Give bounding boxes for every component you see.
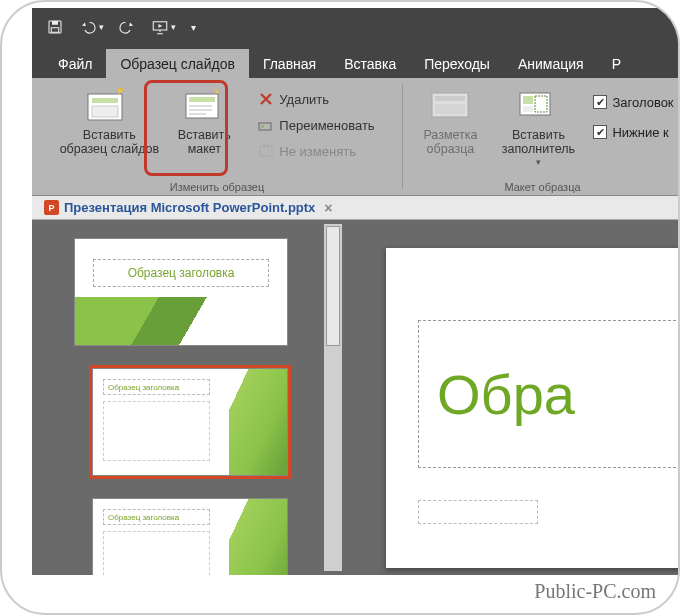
tab-home[interactable]: Главная	[249, 49, 330, 78]
insert-placeholder-button[interactable]: Вставить заполнитель ▾	[489, 82, 587, 176]
redo-icon	[118, 18, 136, 36]
show-title-checkbox[interactable]: ✔ Заголовок	[593, 90, 673, 114]
thumbnail-layout[interactable]: Образец заголовка	[92, 368, 288, 476]
theme-graphic	[229, 499, 287, 575]
svg-rect-16	[260, 146, 272, 156]
svg-rect-18	[435, 96, 465, 101]
title-text: Обра	[437, 362, 575, 427]
rename-button[interactable]: Переименовать	[253, 112, 378, 138]
theme-graphic	[75, 297, 287, 345]
svg-rect-2	[51, 28, 59, 33]
start-from-beginning-button[interactable]: ▾	[146, 12, 180, 42]
button-label: Удалить	[279, 92, 329, 107]
chevron-down-icon: ▾	[191, 22, 196, 33]
master-layout-icon	[426, 86, 474, 124]
svg-rect-1	[52, 21, 58, 25]
thumbnail-layout[interactable]: Образец заголовка	[92, 498, 288, 575]
delete-icon	[257, 90, 275, 108]
scroll-down-button[interactable]	[324, 553, 342, 571]
thumbnail-master[interactable]: Образец заголовка	[74, 238, 288, 346]
group-edit-master: Вставить образец слайдов Вставить макет	[32, 78, 402, 195]
button-label: Разметка образца	[413, 128, 487, 157]
ribbon: Вставить образец слайдов Вставить макет	[32, 78, 680, 196]
tab-file[interactable]: Файл	[44, 49, 106, 78]
button-label: Вставить заполнитель	[491, 128, 585, 157]
tab-transitions[interactable]: Переходы	[410, 49, 504, 78]
master-layout-button[interactable]: Разметка образца	[411, 82, 489, 176]
rename-icon	[257, 116, 275, 134]
chevron-down-icon: ▾	[171, 22, 176, 32]
thumbnail-pane: Образец заголовка Образец заголовка Обра…	[32, 220, 344, 575]
chevron-down-icon: ▾	[536, 157, 541, 167]
thumbnail-scrollbar[interactable]	[324, 224, 342, 571]
scroll-thumb[interactable]	[326, 226, 340, 346]
button-label: Переименовать	[279, 118, 374, 133]
undo-button[interactable]: ▾	[74, 12, 108, 42]
workspace: Образец заголовка Образец заголовка Обра…	[32, 220, 680, 575]
master-title-placeholder: Образец заголовка	[93, 259, 269, 287]
ribbon-tabs: Файл Образец слайдов Главная Вставка Пер…	[32, 46, 680, 78]
delete-button[interactable]: Удалить	[253, 86, 378, 112]
tutorial-highlight	[144, 80, 228, 176]
close-document-button[interactable]: ×	[324, 200, 332, 216]
svg-rect-19	[435, 104, 465, 114]
preserve-icon	[257, 142, 275, 160]
theme-graphic	[229, 369, 287, 475]
title-placeholder[interactable]: Обра	[418, 320, 680, 468]
save-button[interactable]	[38, 12, 72, 42]
svg-rect-5	[92, 98, 118, 103]
checkbox-label: Нижние к	[612, 125, 668, 140]
save-icon	[46, 18, 64, 36]
button-label: Не изменять	[279, 144, 356, 159]
powerpoint-window: ▾ ▾ ▾ Файл Образец слайдов Главная Встав…	[32, 8, 680, 575]
group-label: Макет образца	[403, 179, 680, 193]
tab-animations[interactable]: Анимация	[504, 49, 598, 78]
document-tab[interactable]: P Презентация Microsoft PowerPoint.pptx …	[38, 198, 339, 218]
undo-icon	[79, 18, 97, 36]
layout-title-placeholder: Образец заголовка	[103, 509, 210, 525]
quick-access-toolbar: ▾ ▾ ▾	[32, 8, 680, 46]
customize-qat-button[interactable]: ▾	[182, 12, 204, 42]
svg-rect-14	[259, 123, 271, 130]
tab-insert[interactable]: Вставка	[330, 49, 410, 78]
slide-master-icon	[85, 86, 133, 124]
svg-rect-6	[92, 106, 118, 117]
slide-canvas[interactable]: Обра	[386, 248, 680, 568]
group-master-layout: Разметка образца Вставить заполнитель ▾ …	[403, 78, 680, 195]
show-footers-checkbox[interactable]: ✔ Нижние к	[593, 120, 673, 144]
watermark: Public-PC.com	[534, 580, 656, 603]
group-label: Изменить образец	[32, 179, 402, 193]
placeholder-icon	[514, 86, 562, 124]
preserve-button[interactable]: Не изменять	[253, 138, 378, 164]
checkbox-checked-icon: ✔	[593, 125, 607, 139]
svg-rect-21	[523, 96, 533, 104]
document-filename: Презентация Microsoft PowerPoint.pptx	[64, 200, 315, 215]
chevron-down-icon: ▾	[99, 22, 104, 32]
document-bar: P Презентация Microsoft PowerPoint.pptx …	[32, 196, 680, 220]
slide-editor: Обра	[344, 220, 680, 575]
tab-review[interactable]: Р	[598, 49, 635, 78]
layout-body-placeholder	[103, 401, 210, 461]
slideshow-icon	[151, 18, 169, 36]
layout-title-placeholder: Образец заголовка	[103, 379, 210, 395]
redo-button[interactable]	[110, 12, 144, 42]
svg-rect-23	[523, 106, 533, 112]
footer-placeholder[interactable]	[418, 500, 538, 524]
tab-slide-master[interactable]: Образец слайдов	[106, 49, 248, 78]
svg-rect-15	[261, 125, 264, 128]
layout-body-placeholder	[103, 531, 210, 575]
powerpoint-file-icon: P	[44, 200, 59, 215]
checkbox-checked-icon: ✔	[593, 95, 607, 109]
checkbox-label: Заголовок	[612, 95, 673, 110]
